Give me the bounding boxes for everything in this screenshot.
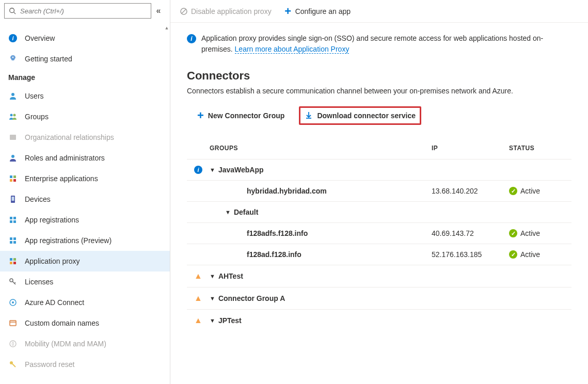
- main-content: Disable application proxy + Configure an…: [170, 0, 588, 384]
- learn-more-link[interactable]: Learn more about Application Proxy: [235, 45, 349, 54]
- search-input[interactable]: [20, 7, 147, 15]
- svg-rect-31: [10, 321, 16, 326]
- table-row[interactable]: ▲ ▼Connector Group A: [187, 287, 571, 309]
- sidebar-item-app-registrations[interactable]: App registrations: [0, 210, 170, 230]
- disable-icon: [180, 7, 188, 15]
- group-name: AHTest: [218, 272, 243, 280]
- caret-down-icon[interactable]: ▼: [210, 317, 215, 324]
- svg-point-3: [11, 93, 14, 96]
- table-row[interactable]: i ▼JavaWebApp: [187, 159, 571, 180]
- group-name: JPTest: [218, 316, 242, 325]
- sidebar-item-label: Azure AD Connect: [25, 298, 84, 307]
- toolbar-label: Disable application proxy: [191, 7, 272, 15]
- user-icon: [8, 91, 18, 101]
- toolbar: Disable application proxy + Configure an…: [170, 0, 588, 23]
- download-connector-service-button[interactable]: Download connector service: [299, 106, 421, 125]
- svg-rect-19: [13, 237, 16, 240]
- connectors-table: GROUPS IP STATUS i ▼JavaWebApp hybridad.…: [187, 137, 571, 331]
- table-row[interactable]: hybridad.hybridad.com 13.68.140.202 ✓Act…: [187, 180, 571, 201]
- mobility-icon: [8, 339, 18, 348]
- host-ip: 13.68.140.202: [432, 187, 509, 195]
- status-badge: ✓Active: [509, 187, 571, 195]
- warning-icon: ▲: [194, 316, 202, 325]
- sidebar-item-label: Groups: [25, 113, 49, 121]
- sidebar-item-organizational-relationships: Organizational relationships: [0, 127, 170, 148]
- sidebar-item-password-reset: Password reset: [0, 354, 170, 375]
- check-icon: ✓: [509, 229, 517, 237]
- caret-down-icon[interactable]: ▼: [210, 167, 215, 173]
- collapse-sidebar-button[interactable]: «: [151, 4, 166, 18]
- host-name: f128adfs.f128.info: [247, 229, 308, 237]
- sidebar-item-app-registrations-preview[interactable]: App registrations (Preview): [0, 230, 170, 251]
- sidebar-item-custom-domain-names[interactable]: Custom domain names: [0, 313, 170, 333]
- status-badge: ✓Active: [509, 229, 571, 237]
- warning-icon: ▲: [194, 271, 202, 281]
- sidebar-item-groups[interactable]: Groups: [0, 106, 170, 127]
- table-row[interactable]: ▲ ▼JPTest: [187, 309, 571, 331]
- configure-an-app-button[interactable]: + Configure an app: [284, 7, 351, 15]
- svg-line-37: [182, 9, 186, 13]
- sidebar-item-label: App registrations (Preview): [25, 236, 112, 245]
- info-icon: i: [194, 166, 202, 174]
- group-name: Connector Group A: [218, 294, 285, 302]
- host-ip: 52.176.163.185: [432, 250, 509, 259]
- svg-rect-6: [10, 135, 16, 140]
- svg-rect-13: [12, 197, 14, 201]
- sidebar: « ▲ i Overview Getting started Manage Us…: [0, 0, 170, 384]
- caret-down-icon[interactable]: ▼: [210, 273, 215, 279]
- column-header-groups[interactable]: GROUPS: [210, 145, 432, 152]
- sidebar-item-users[interactable]: Users: [0, 86, 170, 106]
- table-header-row: GROUPS IP STATUS: [187, 137, 571, 159]
- table-row[interactable]: ▼Default: [187, 201, 571, 222]
- action-label: Download connector service: [317, 111, 416, 120]
- column-header-status[interactable]: STATUS: [509, 145, 571, 152]
- sidebar-item-label: Users: [25, 92, 44, 100]
- svg-rect-20: [10, 241, 12, 244]
- svg-point-0: [10, 8, 14, 13]
- caret-down-icon[interactable]: ▼: [225, 209, 231, 215]
- device-icon: [8, 195, 18, 204]
- sidebar-item-application-proxy[interactable]: Application proxy: [0, 251, 170, 271]
- groups-icon: [8, 112, 18, 121]
- caret-down-icon[interactable]: ▼: [210, 295, 215, 301]
- sidebar-item-roles-and-administrators[interactable]: Roles and administrators: [0, 148, 170, 168]
- sidebar-item-getting-started[interactable]: Getting started: [0, 49, 170, 69]
- download-icon: [305, 111, 313, 121]
- action-label: New Connector Group: [208, 111, 285, 120]
- group-name: JavaWebApp: [218, 166, 264, 174]
- grid-icon: [8, 257, 18, 266]
- plus-icon: +: [197, 110, 204, 121]
- table-row[interactable]: f128ad.f128.info 52.176.163.185 ✓Active: [187, 244, 571, 265]
- svg-rect-10: [10, 179, 12, 182]
- svg-rect-8: [10, 175, 12, 178]
- rocket-icon: [8, 54, 18, 63]
- key-icon: [8, 360, 18, 369]
- svg-rect-11: [13, 179, 16, 182]
- sidebar-item-label: Mobility (MDM and MAM): [25, 340, 106, 348]
- grid-icon: [8, 236, 18, 245]
- svg-point-30: [12, 301, 14, 303]
- search-box[interactable]: [4, 3, 151, 19]
- sidebar-item-licenses[interactable]: Licenses: [0, 271, 170, 292]
- sidebar-item-label: Organizational relationships: [25, 133, 114, 141]
- sidebar-item-label: Licenses: [25, 278, 53, 286]
- svg-rect-18: [10, 237, 12, 240]
- table-row[interactable]: f128adfs.f128.info 40.69.143.72 ✓Active: [187, 222, 571, 244]
- svg-point-5: [13, 114, 16, 117]
- column-header-ip[interactable]: IP: [432, 145, 509, 152]
- sidebar-item-enterprise-applications[interactable]: Enterprise applications: [0, 168, 170, 189]
- connect-icon: [8, 298, 18, 307]
- new-connector-group-button[interactable]: + New Connector Group: [193, 106, 289, 125]
- svg-rect-17: [13, 220, 16, 223]
- sidebar-item-label: Devices: [25, 195, 51, 203]
- section-header-manage: Manage: [0, 69, 170, 86]
- sidebar-item-overview[interactable]: i Overview: [0, 28, 170, 49]
- svg-point-4: [10, 114, 13, 117]
- grid-icon: [8, 215, 18, 225]
- table-row[interactable]: ▲ ▼AHTest: [187, 265, 571, 287]
- sidebar-item-azure-ad-connect[interactable]: Azure AD Connect: [0, 292, 170, 313]
- sidebar-item-devices[interactable]: Devices: [0, 189, 170, 210]
- host-ip: 40.69.143.72: [432, 229, 509, 237]
- svg-rect-16: [10, 220, 12, 223]
- check-icon: ✓: [509, 187, 517, 195]
